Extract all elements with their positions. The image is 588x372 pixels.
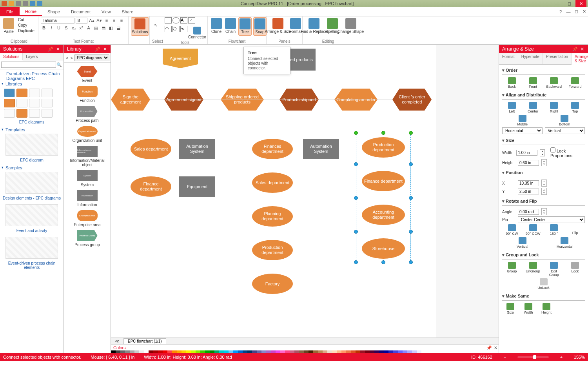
qat-icon[interactable] xyxy=(37,1,42,6)
color-swatch[interactable] xyxy=(238,350,243,353)
rotate-ccw-button[interactable]: 90° CCW xyxy=(525,224,541,236)
order-front-button[interactable]: Front xyxy=(525,77,541,89)
color-swatch[interactable] xyxy=(337,350,341,353)
color-swatch[interactable] xyxy=(323,350,327,353)
color-swatch[interactable] xyxy=(403,350,407,353)
tool-text[interactable]: A xyxy=(180,17,187,24)
color-swatch[interactable] xyxy=(365,350,370,353)
make-size-button[interactable]: Size xyxy=(502,303,519,314)
color-swatch[interactable] xyxy=(130,350,134,353)
tab-share[interactable]: Share xyxy=(116,7,139,16)
valign-mid-icon[interactable]: ◧ xyxy=(108,25,114,31)
color-swatch[interactable] xyxy=(280,350,285,353)
sample-name[interactable]: Event-driven process chain elements xyxy=(2,260,61,272)
color-swatch[interactable] xyxy=(257,350,261,353)
color-swatch[interactable] xyxy=(276,350,280,353)
tab-document[interactable]: Document xyxy=(65,7,96,16)
shape-planning[interactable]: Planning department xyxy=(252,206,293,227)
rotate-cw-button[interactable]: 90° CW xyxy=(504,224,520,236)
color-swatch[interactable] xyxy=(116,350,120,353)
sample-name[interactable]: Design elements - EPC diagrams xyxy=(2,195,61,203)
subtab-arrange[interactable]: Arrange & Size xyxy=(572,53,588,65)
align-top-button[interactable]: Top xyxy=(567,102,583,113)
order-back-button[interactable]: Back xyxy=(504,77,520,89)
color-swatch[interactable] xyxy=(153,350,158,353)
zoom-slider[interactable] xyxy=(517,356,549,358)
lib-thumb[interactable] xyxy=(16,109,27,118)
color-swatch[interactable] xyxy=(379,350,384,353)
sel-handle[interactable] xyxy=(354,230,358,234)
nav-back-icon[interactable]: < xyxy=(65,55,69,61)
sel-handle[interactable] xyxy=(381,131,385,135)
color-swatch[interactable] xyxy=(374,350,379,353)
shape-auto2[interactable]: Automation System xyxy=(303,139,339,159)
library-list[interactable]: EventEventFunctionFunctionProcess PathPr… xyxy=(64,63,111,353)
zoom-out-icon[interactable]: − xyxy=(502,354,508,360)
color-swatch[interactable] xyxy=(149,350,153,353)
chain-button[interactable]: Chain xyxy=(224,17,237,35)
color-swatch[interactable] xyxy=(186,350,191,353)
color-swatch[interactable] xyxy=(407,350,412,353)
sel-handle[interactable] xyxy=(409,131,413,135)
align-middle-button[interactable]: Middle xyxy=(514,115,531,126)
rotate-180-button[interactable]: 180 ° xyxy=(546,224,562,236)
color-swatch[interactable] xyxy=(224,350,229,353)
shrink-font-icon[interactable]: A▾ xyxy=(96,17,102,24)
superscript-icon[interactable]: x² xyxy=(78,25,84,31)
tree-root[interactable]: Event-driven Process Chain Diagrams EPC xyxy=(2,71,61,81)
pin-icon[interactable]: 📌 xyxy=(486,345,492,351)
tool-curve[interactable]: ∿ xyxy=(180,26,187,32)
group-button[interactable]: Group xyxy=(504,262,520,277)
library-item[interactable]: EventEvent xyxy=(64,64,111,84)
color-swatch[interactable] xyxy=(139,350,144,353)
clone-button[interactable]: Clone xyxy=(210,17,223,35)
sel-handle[interactable] xyxy=(409,162,413,166)
sel-handle[interactable] xyxy=(409,230,413,234)
italic-icon[interactable]: I xyxy=(48,25,54,31)
strike-icon[interactable]: S xyxy=(63,25,69,31)
color-swatch[interactable] xyxy=(299,350,304,353)
shape-factory[interactable]: Factory xyxy=(252,274,293,294)
color-swatch[interactable] xyxy=(111,350,116,353)
color-swatch[interactable] xyxy=(200,350,205,353)
order-backward-button[interactable]: Backward xyxy=(546,77,562,89)
color-swatch[interactable] xyxy=(144,350,149,353)
section-size[interactable]: Size xyxy=(502,137,585,145)
tab-shape[interactable]: Shape xyxy=(42,7,65,16)
qat-icon[interactable] xyxy=(23,1,28,6)
shape-fin2[interactable]: Finance department xyxy=(362,171,405,191)
color-swatch[interactable] xyxy=(318,350,323,353)
sample-thumb[interactable] xyxy=(5,172,58,194)
sel-handle[interactable] xyxy=(409,260,413,264)
lib-thumb[interactable] xyxy=(29,99,40,107)
library-item[interactable]: Enterprise AreaEnterprise area xyxy=(64,209,111,229)
copy-button[interactable]: Copy xyxy=(16,23,36,28)
qat-icon[interactable] xyxy=(9,1,14,6)
align-bottom-button[interactable]: Bottom xyxy=(556,115,573,126)
tool-poly[interactable]: ⬠ xyxy=(172,26,180,32)
color-swatch[interactable] xyxy=(384,350,388,353)
color-swatch[interactable] xyxy=(266,350,271,353)
lib-thumb[interactable] xyxy=(42,89,53,97)
paste-button[interactable]: Paste xyxy=(2,17,15,35)
color-swatch[interactable] xyxy=(398,350,403,353)
sheet-nav-icon[interactable]: ≪ xyxy=(114,338,120,345)
color-swatch[interactable] xyxy=(304,350,309,353)
lib-thumb[interactable] xyxy=(16,89,27,97)
color-swatch[interactable] xyxy=(191,350,196,353)
sel-handle[interactable] xyxy=(354,196,358,200)
tool-ellipse[interactable] xyxy=(172,17,180,24)
shape-acct[interactable]: Accounting department xyxy=(362,205,405,225)
align-center-icon[interactable]: ≡ xyxy=(111,17,117,24)
lib-thumb[interactable] xyxy=(42,99,53,107)
section-group[interactable]: Group and Lock xyxy=(502,252,585,259)
color-swatch[interactable] xyxy=(290,350,294,353)
shape-auto1[interactable]: Automation System xyxy=(179,139,215,159)
font-color-icon[interactable]: A xyxy=(85,25,92,31)
color-swatch[interactable] xyxy=(393,350,398,353)
tree-button[interactable]: Tree xyxy=(238,17,252,36)
x-input[interactable] xyxy=(518,180,539,186)
valign-bot-icon[interactable]: ⬓ xyxy=(115,25,122,31)
distribute-vert-combo[interactable]: Vertical xyxy=(545,127,585,134)
drawing-canvas[interactable]: Agreement Ordered products Sign the agre… xyxy=(111,45,436,343)
